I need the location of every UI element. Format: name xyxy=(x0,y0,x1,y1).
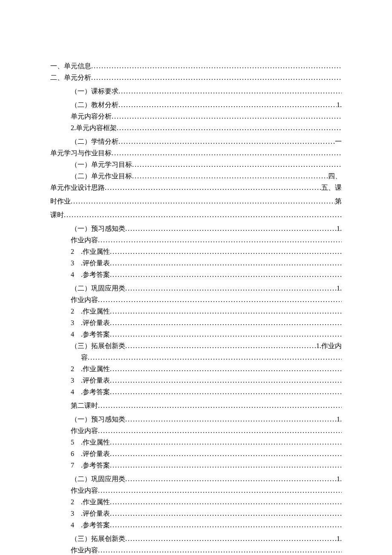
toc-entry-tail: 1. xyxy=(337,224,342,234)
toc-entry-label: 4 .参考答案 xyxy=(71,387,110,397)
toc-entry: 5 .作业属性 xyxy=(50,437,342,447)
toc-entry-label: 单元作业设计思路 xyxy=(50,183,105,193)
toc-entry-label: 6 .评价量表 xyxy=(71,449,110,459)
toc-entry: 2 .作业属性 xyxy=(50,497,342,507)
toc-leader-dots xyxy=(91,73,342,83)
toc-leader-dots xyxy=(105,183,321,193)
toc-entry: （二）巩固应用类1. xyxy=(50,283,342,293)
toc-entry-tail: 1. xyxy=(337,283,342,293)
toc-entry: 2 .作业属性 xyxy=(50,364,342,374)
toc-entry: 容 xyxy=(50,352,342,363)
toc-leader-dots xyxy=(110,437,342,447)
toc-entry: 7 .参考答案 xyxy=(50,460,342,471)
toc-entry-tail: 一 xyxy=(335,137,342,147)
toc-leader-dots xyxy=(98,235,342,245)
toc-entry: 作业内容 xyxy=(50,485,342,496)
toc-entry: （一）单元学习目标 xyxy=(50,160,342,170)
toc-entry: 作业内容 xyxy=(50,545,342,555)
toc-leader-dots xyxy=(110,270,342,280)
toc-entry: （二）巩固应用类1. xyxy=(50,474,342,484)
toc-leader-dots xyxy=(132,160,342,170)
toc-leader-dots xyxy=(110,387,342,397)
toc-entry-label: 作业内容 xyxy=(71,485,98,496)
toc-entry-label: （二）巩固应用类 xyxy=(71,474,125,484)
toc-leader-dots xyxy=(118,86,342,96)
toc-entry-label: 单元学习与作业目标 xyxy=(50,148,112,158)
toc-entry-label: （二）单元作业目标 xyxy=(71,171,132,181)
toc-entry: （一）预习感知类1. xyxy=(50,414,342,424)
toc-leader-dots xyxy=(71,196,335,206)
toc-entry-label: 单元内容分析 xyxy=(71,111,112,122)
toc-entry-label: 课时 xyxy=(50,210,64,220)
toc-entry: 4 .参考答案 xyxy=(50,387,342,397)
toc-entry: （二）教材分析1. xyxy=(50,100,342,110)
toc-entry-tail: 1. xyxy=(337,414,342,424)
toc-entry: 2 .作业属性 xyxy=(50,247,342,257)
toc-entry-label: （二）学情分析 xyxy=(71,137,118,147)
toc-entry: 2 .作业属性 xyxy=(50,306,342,317)
toc-entry-label: （一）课标要求 xyxy=(71,86,118,96)
toc-leader-dots xyxy=(91,61,342,71)
toc-entry: 单元内容分析 xyxy=(50,111,342,122)
toc-entry: 第二课时 xyxy=(50,401,342,411)
toc-entry: 2.单元内容框架 xyxy=(50,123,342,133)
toc-entry-label: （一）单元学习目标 xyxy=(71,160,132,170)
toc-entry-tail: 1. xyxy=(337,534,342,544)
toc-leader-dots xyxy=(112,111,342,122)
toc-entry: （一）预习感知类1. xyxy=(50,224,342,234)
toc-entry: 作业内容 xyxy=(50,235,342,245)
toc-leader-dots xyxy=(110,247,342,257)
table-of-contents: 一、单元信息二、单元分析（一）课标要求（二）教材分析1.单元内容分析2.单元内容… xyxy=(50,61,342,555)
toc-leader-dots xyxy=(110,329,342,340)
toc-entry-label: 作业内容 xyxy=(71,426,98,436)
toc-leader-dots xyxy=(112,148,342,158)
toc-leader-dots xyxy=(110,258,342,268)
toc-entry: 3 .评价量表 xyxy=(50,258,342,268)
toc-leader-dots xyxy=(110,318,342,328)
toc-leader-dots xyxy=(110,497,342,507)
toc-leader-dots xyxy=(125,283,337,293)
toc-leader-dots xyxy=(110,449,342,459)
toc-leader-dots xyxy=(132,171,328,181)
toc-entry: 3 .评价量表 xyxy=(50,375,342,386)
toc-entry: 4 .参考答案 xyxy=(50,329,342,340)
toc-entry: 6 .评价量表 xyxy=(50,449,342,459)
toc-entry-tail: 1.作业内 xyxy=(316,341,342,351)
toc-entry-label: 二、单元分析 xyxy=(50,73,91,83)
toc-entry-label: （三）拓展创新类 xyxy=(71,534,125,544)
toc-entry-tail: 五、课 xyxy=(321,183,342,193)
toc-entry-label: 第二课时 xyxy=(71,401,98,411)
toc-leader-dots xyxy=(98,485,342,496)
toc-entry-label: 4 .参考答案 xyxy=(71,520,110,530)
toc-entry-label: 作业内容 xyxy=(71,545,98,555)
toc-leader-dots xyxy=(125,341,316,351)
toc-entry-label: 3 .评价量表 xyxy=(71,375,110,386)
toc-leader-dots xyxy=(110,375,342,386)
toc-entry-label: 2 .作业属性 xyxy=(71,247,110,257)
toc-entry-label: 容 xyxy=(81,352,88,363)
toc-leader-dots xyxy=(98,426,342,436)
toc-entry: 二、单元分析 xyxy=(50,73,342,83)
toc-entry-label: （一）预习感知类 xyxy=(71,414,125,424)
toc-leader-dots xyxy=(125,414,337,424)
toc-entry: （三）拓展创新类1. xyxy=(50,534,342,544)
toc-entry: 3 .评价量表 xyxy=(50,509,342,519)
toc-entry-label: 时作业 xyxy=(50,196,71,206)
toc-entry-label: 3 .评价量表 xyxy=(71,509,110,519)
toc-entry: 4 .参考答案 xyxy=(50,270,342,280)
toc-entry: 课时 xyxy=(50,210,342,220)
toc-leader-dots xyxy=(110,364,342,374)
toc-entry: 一、单元信息 xyxy=(50,61,342,71)
toc-leader-dots xyxy=(118,100,337,110)
toc-leader-dots xyxy=(125,224,337,234)
toc-entry-tail: 第 xyxy=(335,196,342,206)
toc-entry-label: 2.单元内容框架 xyxy=(71,123,117,133)
toc-leader-dots xyxy=(98,545,342,555)
toc-leader-dots xyxy=(98,401,342,411)
toc-entry: （一）课标要求 xyxy=(50,86,342,96)
toc-entry: 单元作业设计思路五、课 xyxy=(50,183,342,193)
toc-entry-label: 作业内容 xyxy=(71,235,98,245)
toc-entry-label: 2 .作业属性 xyxy=(71,306,110,317)
toc-entry: 3 .评价量表 xyxy=(50,318,342,328)
toc-leader-dots xyxy=(125,534,337,544)
